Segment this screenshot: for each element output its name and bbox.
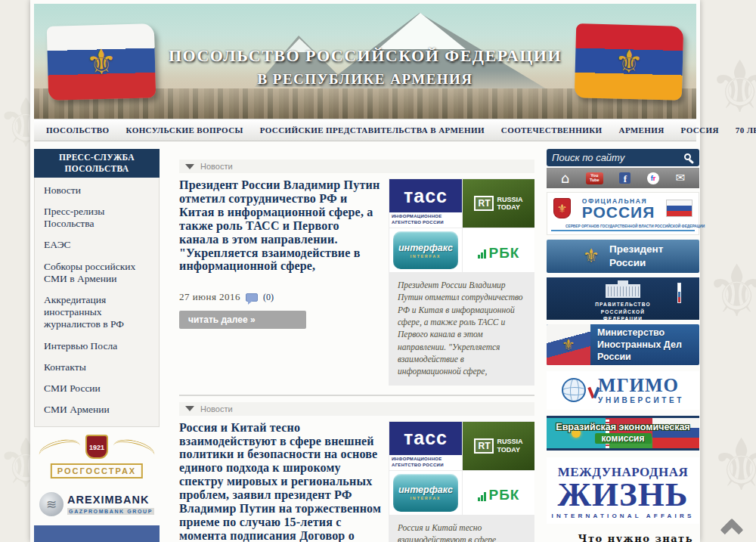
- sidebar-menu: Новости Пресс-релизы Посольства ЕАЭС Соб…: [34, 178, 160, 427]
- news-media-panel: тасс ИНФОРМАЦИОННОЕ АГЕНТСТВО РОССИИ RT: [389, 421, 534, 542]
- site-title-line2: В РЕСПУБЛИКЕ АРМЕНИЯ: [34, 71, 696, 88]
- page-viewport: ⚜ ⚜ ⚜ ⚜ ⚜ ⚜ ⚜ ПОСОЛЬСТВО РОССИЙСКОЙ ФЕДЕ…: [0, 0, 756, 542]
- rt-abbr: RT: [474, 438, 494, 454]
- mgimo-banner[interactable]: МГИМО УНИВЕРСИТЕТ: [547, 371, 699, 410]
- news-section-label: Новости: [200, 404, 233, 413]
- intaffairs-line3: INTERNATIONAL AFFAIRS: [548, 513, 698, 519]
- nav-item-armenia[interactable]: АРМЕНИЯ: [619, 125, 665, 135]
- rbc-logo: РБК: [463, 471, 534, 515]
- tass-name: тасс: [389, 179, 462, 212]
- news-image-caption: Президент России Владимир Путин отметил …: [389, 272, 534, 382]
- news-headline-link[interactable]: Президент России Владимир Путин отметил …: [179, 178, 382, 273]
- news-headline-column: Россия и Китай тесно взаимодействуют в с…: [179, 421, 382, 542]
- vtb-banner[interactable]: ВТБ: [34, 525, 160, 542]
- need-to-know-text: Что нужно знать: [547, 533, 699, 542]
- news-article: Новости Россия и Китай тесно взаимодейст…: [179, 402, 534, 542]
- articles-divider: [179, 395, 534, 396]
- tass-logo: тасс ИНФОРМАЦИОННОЕ АГЕНТСТВО РОССИИ: [389, 179, 462, 228]
- right-sidebar: ⌂ You Tube f fr ✉ ⚜ ОФИЦИАЛЬНАЯ: [547, 149, 699, 542]
- government-banner[interactable]: ПРАВИТЕЛЬСТВО РОССИЙСКОЙ ФЕДЕРАЦИИ: [547, 277, 699, 320]
- areximbank-globe-icon: ≋: [39, 492, 64, 516]
- government-line3: ФЕДЕРАЦИИ: [547, 315, 699, 323]
- sidebar-header: ПРЕСС-СЛУЖБА ПОСОЛЬСТВА: [34, 149, 160, 178]
- sidebar-item-eaeu[interactable]: ЕАЭС: [35, 234, 159, 256]
- tass-subtitle: ИНФОРМАЦИОННОЕ АГЕНТСТВО РОССИИ: [389, 212, 462, 228]
- rosgosstrakh-banner[interactable]: 1921 РОСГОССТРАХ: [34, 435, 160, 483]
- rbc-bars-icon: [478, 492, 486, 501]
- youtube-icon[interactable]: You Tube: [586, 172, 603, 184]
- interfax-badge: интерфакс INTERFAX: [393, 474, 458, 512]
- main-column: Новости Президент России Владимир Путин …: [179, 160, 534, 542]
- facebook-icon[interactable]: f: [619, 172, 631, 184]
- government-line1: ПРАВИТЕЛЬСТВО: [547, 301, 699, 308]
- mid-line1: Министерство: [597, 327, 682, 339]
- scroll-to-top-button[interactable]: [715, 511, 748, 541]
- eec-banner[interactable]: Евразийская экономическая комиссия: [547, 416, 699, 451]
- background-ornament-icon: ⚜: [705, 249, 756, 333]
- read-more-button[interactable]: читать далее »: [179, 311, 306, 329]
- news-headline-link[interactable]: Россия и Китай тесно взаимодействуют в с…: [179, 421, 382, 542]
- search-icon[interactable]: [684, 153, 691, 160]
- news-date: 27 июня 2016: [179, 291, 240, 303]
- mid-banner[interactable]: ⚜ Министерство Иностранных Дел России: [547, 324, 699, 365]
- sidebar-header-line2: ПОСОЛЬСТВА: [36, 163, 158, 175]
- sidebar-item-contacts[interactable]: Контакты: [35, 357, 159, 378]
- russia-flag-icon: ⚜: [547, 324, 590, 365]
- email-icon[interactable]: ✉: [676, 172, 686, 184]
- nav-item-victory70[interactable]: 70 ЛЕТ ПОБЕДЫ: [736, 125, 756, 135]
- social-bar: ⌂ You Tube f fr ✉: [547, 168, 699, 188]
- eec-line1: Евразийская экономическая: [556, 422, 689, 432]
- comments-bubble-icon[interactable]: [246, 293, 258, 302]
- rosgosstrakh-wing-icon: [111, 436, 157, 466]
- areximbank-name: AREXIMBANK: [67, 494, 154, 506]
- mgimo-globe-icon: [562, 378, 586, 402]
- international-affairs-banner[interactable]: МЕЖДУНАРОДНАЯ ЖИЗНЬ INTERNATIONAL AFFAIR…: [547, 457, 699, 525]
- nav-item-embassy[interactable]: ПОСОЛЬСТВО: [46, 125, 110, 135]
- interfax-badge: интерфакс INTERFAX: [393, 231, 458, 269]
- nav-item-missions[interactable]: РОССИЙСКИЕ ПРЕДСТАВИТЕЛЬСТВА В АРМЕНИИ: [260, 125, 485, 135]
- sidebar-item-correspondents[interactable]: Собкоры российских СМИ в Армении: [35, 256, 159, 290]
- site-search: [547, 149, 699, 166]
- news-body: Россия и Китай тесно взаимодействуют в с…: [179, 421, 534, 542]
- news-section-bar[interactable]: Новости: [179, 402, 534, 416]
- search-input[interactable]: [552, 152, 684, 163]
- sidebar-header-line1: ПРЕСС-СЛУЖБА: [36, 152, 158, 163]
- russia-coat-of-arms-icon: ⚜: [553, 198, 571, 218]
- mgimo-subtitle: УНИВЕРСИТЕТ: [598, 396, 684, 404]
- rbc-logo: РБК: [463, 228, 534, 272]
- home-icon[interactable]: ⌂: [561, 172, 569, 185]
- tass-name: тасс: [389, 422, 462, 455]
- sidebar-item-russian-media[interactable]: СМИ России: [35, 378, 159, 399]
- background-ornament-icon: ⚜: [708, 45, 756, 129]
- flickr-icon[interactable]: fr: [647, 172, 659, 184]
- header-banner: ⚜ ⚜ ПОСОЛЬСТВО РОССИЙСКОЙ ФЕДЕРАЦИИ В РЕ…: [34, 4, 696, 119]
- mountain-snowcap: [378, 13, 466, 49]
- chevron-up-icon: [720, 518, 743, 541]
- sidebar-item-news[interactable]: Новости: [35, 180, 159, 201]
- president-line2: России: [609, 256, 663, 270]
- rosgosstrakh-shield: 1921: [85, 435, 108, 459]
- rosgosstrakh-wing-icon: [37, 436, 83, 466]
- russia-today-logo: RT RUSSIA TODAY: [463, 179, 534, 228]
- nav-item-consular[interactable]: КОНСУЛЬСКИЕ ВОПРОСЫ: [126, 125, 243, 135]
- sidebar-item-ambassador-interviews[interactable]: Интервью Посла: [35, 336, 159, 357]
- president-banner[interactable]: ⚜ Президент России: [547, 240, 699, 273]
- sidebar-item-accreditation[interactable]: Аккредитация иностранных журналистов в Р…: [35, 290, 159, 336]
- mgimo-name: МГИМО: [598, 376, 684, 395]
- russia-flag-icon: [666, 200, 692, 217]
- official-russia-banner[interactable]: ⚜ ОФИЦИАЛЬНАЯ РОССИЯ СЕРВЕР ОРГАНОВ ГОСУ…: [547, 192, 699, 235]
- news-image-caption: Россия и Китай тесно взаимодействуют в с…: [389, 515, 534, 542]
- tass-logo: тасс ИНФОРМАЦИОННОЕ АГЕНТСТВО РОССИИ: [389, 422, 462, 470]
- sidebar-item-armenian-media[interactable]: СМИ Армении: [35, 399, 159, 420]
- mid-line3: России: [597, 351, 682, 363]
- sidebar-item-press-releases[interactable]: Пресс-релизы Посольства: [35, 201, 159, 234]
- nav-item-russia[interactable]: РОССИЯ: [681, 125, 719, 135]
- triangle-down-icon: [185, 406, 194, 411]
- areximbank-banner[interactable]: ≋ AREXIMBANK GAZPROMBANK GROUP: [34, 492, 160, 516]
- comments-count[interactable]: (0): [263, 292, 274, 303]
- gold-eagle-icon: ⚜: [583, 246, 600, 265]
- nav-item-compatriots[interactable]: СООТЕЧЕСТВЕННИКИ: [501, 125, 603, 135]
- rosgosstrakh-name: РОСГОССТРАХ: [51, 463, 143, 479]
- news-section-bar[interactable]: Новости: [179, 160, 534, 173]
- russia-today-logo: RT RUSSIA TODAY: [463, 422, 534, 470]
